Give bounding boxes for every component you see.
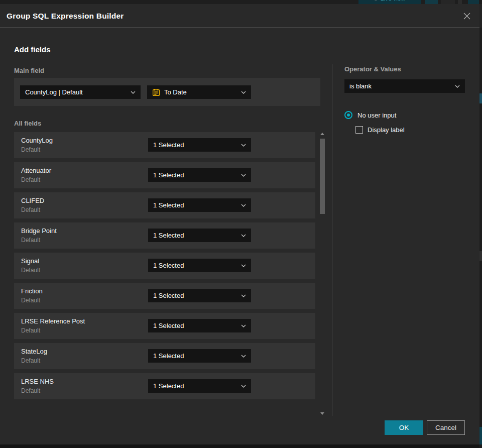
chevron-down-icon xyxy=(241,385,246,388)
display-label-checkbox[interactable] xyxy=(355,126,363,134)
no-user-input-option[interactable]: No user input xyxy=(344,111,396,119)
all-fields-label: All fields xyxy=(14,120,41,127)
field-selection-dropdown[interactable]: 1 Selected xyxy=(148,168,251,182)
field-name: Bridge Point xyxy=(21,227,57,235)
scroll-down-button[interactable] xyxy=(320,412,324,415)
field-sublabel: Default xyxy=(21,357,40,364)
field-selection-value: 1 Selected xyxy=(153,382,241,390)
field-name: LRSE Reference Post xyxy=(21,317,85,325)
field-selection-dropdown[interactable]: 1 Selected xyxy=(148,319,251,332)
chevron-down-icon xyxy=(241,324,246,327)
field-sublabel: Default xyxy=(21,327,40,334)
titlebar-separator xyxy=(0,28,479,28)
field-selection-value: 1 Selected xyxy=(153,352,241,360)
date-field-dropdown-value: To Date xyxy=(164,88,237,96)
background-toolbar-fragment xyxy=(425,0,438,4)
field-row: Signal Default 1 Selected xyxy=(14,253,315,279)
field-selection-value: 1 Selected xyxy=(153,292,241,299)
background-toolbar-fragment xyxy=(468,0,479,4)
chevron-down-icon xyxy=(241,91,246,94)
close-button[interactable] xyxy=(461,11,472,22)
chevron-down-icon xyxy=(241,294,246,297)
operator-dropdown-value: is blank xyxy=(349,82,455,90)
field-sublabel: Default xyxy=(21,297,40,304)
chevron-down-icon xyxy=(241,264,246,267)
field-selection-value: 1 Selected xyxy=(153,232,241,239)
add-fields-heading: Add fields xyxy=(14,45,51,54)
background-toolbar-fragment xyxy=(458,0,462,4)
group-sql-expression-builder-dialog: Group SQL Expression Builder Add fields … xyxy=(0,4,479,444)
field-selection-dropdown[interactable]: 1 Selected xyxy=(148,379,251,393)
display-label-text: Display label xyxy=(368,126,405,134)
field-selection-dropdown[interactable]: 1 Selected xyxy=(148,198,251,212)
page: Live view Group SQL Expression Builder A… xyxy=(0,0,482,448)
no-user-input-label: No user input xyxy=(357,111,396,119)
background-fragment xyxy=(479,427,482,444)
field-sublabel: Default xyxy=(21,237,40,244)
field-selection-value: 1 Selected xyxy=(153,141,241,149)
ok-button[interactable]: OK xyxy=(385,420,423,435)
cancel-button[interactable]: Cancel xyxy=(427,420,465,435)
background-toolbar-strip: Live view xyxy=(0,0,482,4)
chevron-down-icon xyxy=(241,234,246,237)
background-fragment xyxy=(479,4,482,28)
panel-divider xyxy=(332,64,332,416)
field-row: LRSE NHS Default 1 Selected xyxy=(14,373,315,399)
field-selection-value: 1 Selected xyxy=(153,262,241,269)
live-view-button-fragment: Live view xyxy=(358,0,421,4)
field-selection-value: 1 Selected xyxy=(153,201,241,209)
chevron-down-icon xyxy=(241,204,246,207)
operator-dropdown[interactable]: is blank xyxy=(344,79,465,93)
live-view-dot-icon xyxy=(374,0,378,1)
field-selection-dropdown[interactable]: 1 Selected xyxy=(148,229,251,242)
background-fragment xyxy=(479,251,482,261)
field-name: Attenuator xyxy=(21,167,51,174)
field-sublabel: Default xyxy=(21,387,40,394)
field-selection-value: 1 Selected xyxy=(153,322,241,329)
field-name: CLIFED xyxy=(21,197,44,204)
field-selection-dropdown[interactable]: 1 Selected xyxy=(148,259,251,272)
chevron-down-icon xyxy=(131,91,136,94)
chevron-down-icon xyxy=(241,355,246,358)
field-sublabel: Default xyxy=(21,176,40,183)
field-name: CountyLog xyxy=(21,137,53,144)
field-name: StateLog xyxy=(21,348,47,355)
field-row: Bridge Point Default 1 Selected xyxy=(14,222,315,249)
field-row: CLIFED Default 1 Selected xyxy=(14,192,315,218)
display-label-option[interactable]: Display label xyxy=(355,126,405,134)
live-view-label: Live view xyxy=(381,0,405,2)
chevron-down-icon xyxy=(455,85,460,88)
field-row: Attenuator Default 1 Selected xyxy=(14,162,315,188)
no-user-input-radio[interactable] xyxy=(344,111,352,119)
calendar-icon xyxy=(152,88,160,96)
background-toolbar-fragment xyxy=(441,0,455,4)
background-bottom-edge xyxy=(0,444,479,448)
chevron-down-icon xyxy=(241,144,246,147)
chevron-down-icon xyxy=(241,174,246,177)
dialog-title: Group SQL Expression Builder xyxy=(0,12,124,21)
scrollbar-thumb[interactable] xyxy=(320,139,325,214)
field-name: Friction xyxy=(21,287,43,295)
main-field-dropdown[interactable]: CountyLog | Default xyxy=(20,85,141,99)
field-selection-dropdown[interactable]: 1 Selected xyxy=(148,349,251,363)
field-selection-dropdown[interactable]: 1 Selected xyxy=(148,289,251,302)
operator-values-heading: Operator & Values xyxy=(344,65,401,73)
scroll-up-button[interactable] xyxy=(320,133,324,135)
field-row: Friction Default 1 Selected xyxy=(14,283,315,309)
main-field-panel: CountyLog | Default To Date xyxy=(14,78,320,106)
field-sublabel: Default xyxy=(21,206,40,213)
field-name: Signal xyxy=(21,257,39,265)
field-row: StateLog Default 1 Selected xyxy=(14,343,315,369)
field-list-scrollbar[interactable] xyxy=(319,132,325,416)
field-row: CountyLog Default 1 Selected xyxy=(14,132,315,158)
main-field-label: Main field xyxy=(14,67,44,74)
field-selection-value: 1 Selected xyxy=(153,171,241,179)
all-fields-list: CountyLog Default 1 Selected Attenuator … xyxy=(14,132,315,406)
background-fragment xyxy=(479,93,482,103)
field-row: LRSE Reference Post Default 1 Selected xyxy=(14,313,315,339)
field-selection-dropdown[interactable]: 1 Selected xyxy=(148,138,251,152)
date-field-dropdown[interactable]: To Date xyxy=(147,85,251,99)
main-field-dropdown-value: CountyLog | Default xyxy=(25,88,131,96)
field-name: LRSE NHS xyxy=(21,378,54,385)
dialog-titlebar: Group SQL Expression Builder xyxy=(0,4,479,28)
